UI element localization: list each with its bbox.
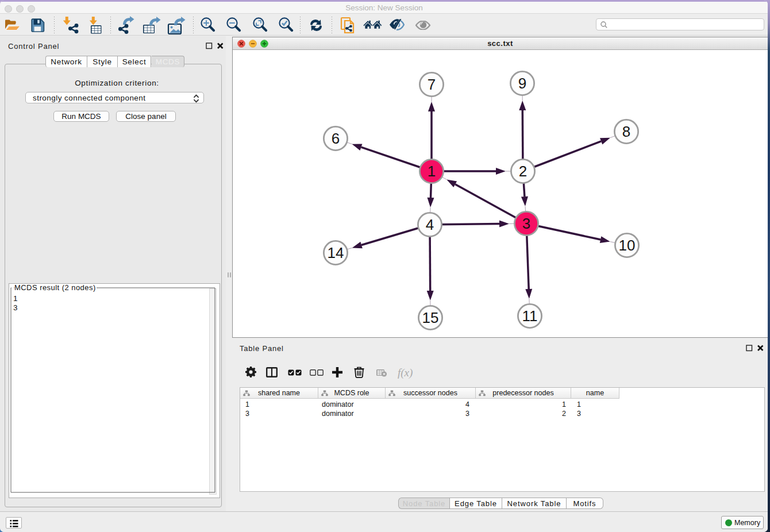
svg-text:1: 1 [428,163,436,180]
svg-text:9: 9 [518,75,526,92]
svg-text:8: 8 [622,123,630,140]
svg-text:15: 15 [422,309,439,326]
svg-text:2: 2 [519,163,527,180]
svg-text:6: 6 [332,130,340,147]
svg-text:7: 7 [428,76,436,93]
svg-text:4: 4 [426,216,434,233]
svg-text:14: 14 [328,244,344,261]
svg-text:10: 10 [619,237,636,254]
svg-text:11: 11 [522,307,538,325]
svg-text:3: 3 [522,215,530,232]
